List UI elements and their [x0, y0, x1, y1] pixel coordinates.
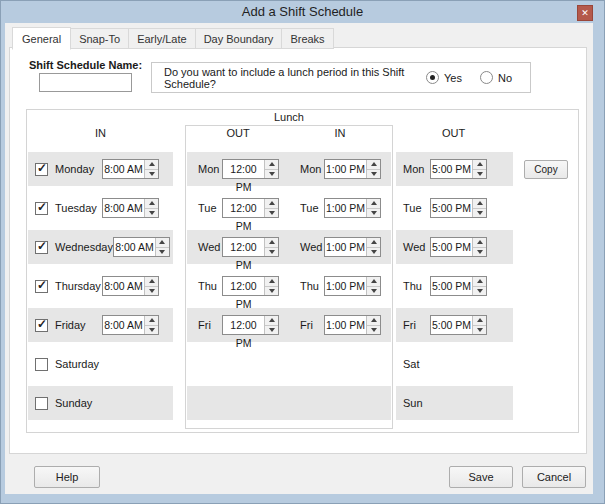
day-abbr: Wed — [300, 241, 322, 253]
help-button[interactable]: Help — [34, 466, 100, 488]
time-value[interactable]: 1:00 PM — [325, 277, 366, 295]
time-value[interactable]: 12:00 PM — [223, 160, 264, 178]
friday-lunch-out-spinner[interactable]: 12:00 PM — [222, 315, 279, 335]
spinner-buttons[interactable] — [366, 199, 380, 217]
time-value[interactable]: 1:00 PM — [325, 238, 366, 256]
time-value[interactable]: 8:00 AM — [103, 277, 144, 295]
time-value[interactable]: 5:00 PM — [431, 160, 472, 178]
spinner-buttons[interactable] — [366, 238, 380, 256]
spinner-buttons[interactable] — [264, 238, 278, 256]
spinner-down-icon — [473, 208, 486, 218]
monday-lunch-out-cell: Mon 12:00 PM — [187, 152, 289, 186]
tuesday-lunch-cell: Tue 12:00 PM Tue 1:00 PM — [187, 191, 391, 225]
thursday-out-cell: Thu 5:00 PM — [396, 269, 513, 303]
spinner-buttons[interactable] — [155, 238, 169, 256]
thursday-out-spinner[interactable]: 5:00 PM — [430, 276, 487, 296]
monday-lunch-out-spinner[interactable]: 12:00 PM — [222, 159, 279, 179]
thursday-day-cell: Thursday 8:00 AM — [28, 269, 173, 303]
time-value[interactable]: 8:00 AM — [103, 160, 144, 178]
monday-in-spinner[interactable]: 8:00 AM — [102, 159, 159, 179]
spinner-buttons[interactable] — [366, 316, 380, 334]
spinner-buttons[interactable] — [144, 199, 158, 217]
spinner-buttons[interactable] — [472, 160, 486, 178]
time-value[interactable]: 8:00 AM — [114, 238, 155, 256]
spinner-buttons[interactable] — [144, 316, 158, 334]
spinner-buttons[interactable] — [264, 316, 278, 334]
monday-checkbox[interactable] — [35, 163, 48, 176]
tab-day-boundary[interactable]: Day Boundary — [195, 28, 283, 49]
friday-lunch-in-spinner[interactable]: 1:00 PM — [324, 315, 381, 335]
spinner-buttons[interactable] — [472, 199, 486, 217]
spinner-buttons[interactable] — [144, 277, 158, 295]
wednesday-lunch-out-spinner[interactable]: 12:00 PM — [222, 237, 279, 257]
spinner-buttons[interactable] — [472, 238, 486, 256]
shift-schedule-name-input[interactable] — [39, 73, 132, 92]
spinner-up-icon — [367, 199, 380, 208]
wednesday-in-spinner[interactable]: 8:00 AM — [113, 237, 170, 257]
time-value[interactable]: 5:00 PM — [431, 238, 472, 256]
day-label: Monday — [55, 163, 94, 175]
friday-checkbox[interactable] — [35, 319, 48, 332]
spinner-down-icon — [265, 325, 278, 335]
saturday-lunch-cell — [187, 347, 391, 381]
time-value[interactable]: 12:00 PM — [223, 316, 264, 334]
spinner-buttons[interactable] — [472, 316, 486, 334]
friday-out-spinner[interactable]: 5:00 PM — [430, 315, 487, 335]
spinner-buttons[interactable] — [264, 199, 278, 217]
time-value[interactable]: 8:00 AM — [103, 316, 144, 334]
monday-out-spinner[interactable]: 5:00 PM — [430, 159, 487, 179]
time-value[interactable]: 1:00 PM — [325, 316, 366, 334]
radio-unselected-icon — [480, 71, 493, 84]
tab-breaks[interactable]: Breaks — [281, 28, 333, 49]
time-value[interactable]: 12:00 PM — [223, 277, 264, 295]
time-value[interactable]: 1:00 PM — [325, 160, 366, 178]
lunch-section-title: Lunch — [185, 111, 393, 123]
tuesday-lunch-out-spinner[interactable]: 12:00 PM — [222, 198, 279, 218]
friday-in-spinner[interactable]: 8:00 AM — [102, 315, 159, 335]
lunch-yes-option[interactable]: Yes — [426, 71, 462, 84]
time-value[interactable]: 1:00 PM — [325, 199, 366, 217]
close-button[interactable]: ✕ — [577, 5, 593, 21]
sunday-checkbox[interactable] — [35, 397, 48, 410]
spinner-buttons[interactable] — [366, 277, 380, 295]
time-value[interactable]: 5:00 PM — [431, 316, 472, 334]
copy-button[interactable]: Copy — [524, 160, 568, 179]
tuesday-in-spinner[interactable]: 8:00 AM — [102, 198, 159, 218]
wednesday-lunch-out-cell: Wed 12:00 PM — [187, 230, 289, 264]
wednesday-lunch-in-spinner[interactable]: 1:00 PM — [324, 237, 381, 257]
spinner-up-icon — [367, 316, 380, 325]
thursday-lunch-in-spinner[interactable]: 1:00 PM — [324, 276, 381, 296]
thursday-lunch-out-spinner[interactable]: 12:00 PM — [222, 276, 279, 296]
spinner-buttons[interactable] — [264, 277, 278, 295]
tuesday-lunch-in-spinner[interactable]: 1:00 PM — [324, 198, 381, 218]
wednesday-checkbox[interactable] — [35, 241, 48, 254]
tuesday-out-spinner[interactable]: 5:00 PM — [430, 198, 487, 218]
monday-lunch-in-spinner[interactable]: 1:00 PM — [324, 159, 381, 179]
save-button[interactable]: Save — [449, 466, 513, 488]
spinner-buttons[interactable] — [264, 160, 278, 178]
spinner-buttons[interactable] — [144, 160, 158, 178]
thursday-lunch-out-cell: Thu 12:00 PM — [187, 269, 289, 303]
tuesday-checkbox[interactable] — [35, 202, 48, 215]
spinner-up-icon — [265, 160, 278, 169]
lunch-no-option[interactable]: No — [480, 71, 512, 84]
saturday-checkbox[interactable] — [35, 358, 48, 371]
tab-general[interactable]: General — [12, 27, 71, 50]
monday-out-cell: Mon 5:00 PM — [396, 152, 513, 186]
time-value[interactable]: 8:00 AM — [103, 199, 144, 217]
thursday-in-spinner[interactable]: 8:00 AM — [102, 276, 159, 296]
time-value[interactable]: 5:00 PM — [431, 199, 472, 217]
wednesday-out-spinner[interactable]: 5:00 PM — [430, 237, 487, 257]
tab-snap-to[interactable]: Snap-To — [70, 28, 129, 49]
thursday-checkbox[interactable] — [35, 280, 48, 293]
shift-schedule-name-label: Shift Schedule Name: — [29, 59, 142, 71]
spinner-buttons[interactable] — [472, 277, 486, 295]
time-value[interactable]: 5:00 PM — [431, 277, 472, 295]
dialog-title: Add a Shift Schedule — [242, 4, 363, 19]
time-value[interactable]: 12:00 PM — [223, 199, 264, 217]
monday-lunch-in-cell: Mon 1:00 PM — [289, 152, 391, 186]
cancel-button[interactable]: Cancel — [522, 466, 586, 488]
time-value[interactable]: 12:00 PM — [223, 238, 264, 256]
tab-early-late[interactable]: Early/Late — [128, 28, 196, 49]
spinner-buttons[interactable] — [366, 160, 380, 178]
